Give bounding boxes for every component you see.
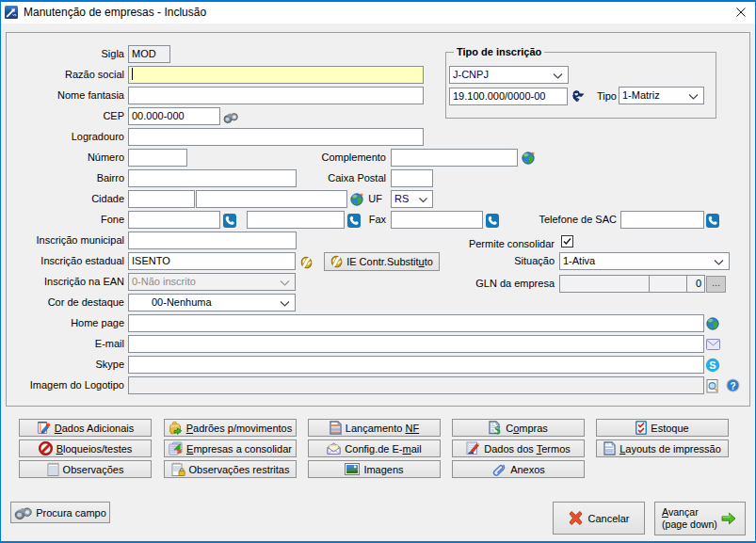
svg-text:S: S — [709, 359, 716, 371]
svg-text:?: ? — [730, 381, 735, 391]
svg-text:$: $ — [494, 423, 500, 436]
